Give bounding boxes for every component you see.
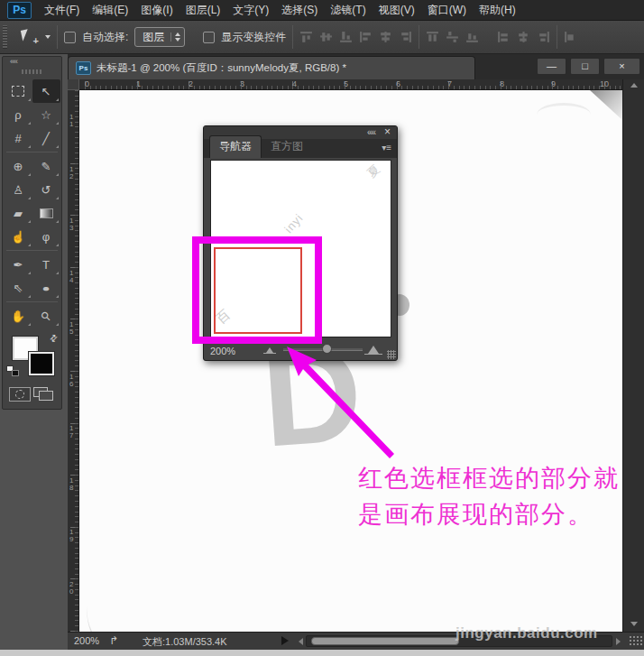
window-bottom-edge <box>0 650 644 656</box>
move-tool-preset-icon[interactable]: + <box>21 30 39 44</box>
horizontal-scrollbar-thumb[interactable] <box>311 637 459 645</box>
close-button[interactable]: × <box>603 58 640 75</box>
scroll-down-icon[interactable] <box>630 622 638 626</box>
toolbox-divider <box>6 301 58 302</box>
align-right-edges-icon[interactable] <box>399 31 412 43</box>
distribute-horizontal-centers-icon[interactable] <box>517 31 530 43</box>
document-tab[interactable]: Ps 未标题-1 @ 200% (百度ID：sunnyMelody夏, RGB/… <box>68 56 475 79</box>
clone-stamp-tool[interactable]: ♙ <box>5 178 32 201</box>
color-swatches: ⇄ <box>3 333 61 383</box>
ruler-tick-label: 14 <box>69 270 75 284</box>
zoom-tool[interactable]: ⚲ <box>32 304 60 328</box>
panel-close-icon[interactable]: × <box>384 126 391 138</box>
document-size-info[interactable]: 文档:1.03M/353.4K <box>143 635 227 649</box>
smudge-tool[interactable]: ☝ <box>5 225 32 248</box>
export-icon[interactable]: ↱ <box>109 634 118 647</box>
distribute-bottom-edges-icon[interactable] <box>465 31 479 43</box>
auto-select-checkbox[interactable] <box>64 32 76 43</box>
ruler-tick-label: 13 <box>69 217 75 232</box>
menu-item-layer[interactable]: 图层(L) <box>186 3 221 18</box>
status-popup-arrow-icon[interactable] <box>281 636 289 645</box>
ruler-tick-label: 16 <box>69 374 75 388</box>
tool-preset-dropdown-icon[interactable] <box>45 35 51 39</box>
tab-histogram[interactable]: 直方图 <box>262 136 312 158</box>
background-color-swatch[interactable] <box>29 352 54 375</box>
horizontal-ruler: 0 1 2 3 4 5 6 7 8 9 10 <box>79 79 622 90</box>
align-left-edges-icon[interactable] <box>359 31 373 43</box>
hand-tool[interactable]: ✋ <box>5 304 32 328</box>
psd-file-icon: Ps <box>76 61 91 75</box>
ruler-tick-label: 1 <box>136 79 141 88</box>
annotation-highlight-box <box>192 236 322 344</box>
ruler-tick-label: 9 <box>551 79 556 88</box>
menu-item-view[interactable]: 视图(V) <box>379 3 415 18</box>
maximize-button[interactable]: □ <box>570 58 600 75</box>
scroll-left-icon[interactable] <box>299 638 303 645</box>
brush-tool[interactable]: ✎ <box>32 154 60 178</box>
menu-item-select[interactable]: 选择(S) <box>281 3 317 18</box>
toolbox: «« ↖ ρ ☆ # ╱ ⊕ ✎ ♙ ↺ ▰ ☝ φ ✒ T ⇖ ● <box>2 56 62 410</box>
toolbox-collapse-icon[interactable]: «« <box>3 57 61 68</box>
magic-wand-tool[interactable]: ☆ <box>32 103 60 126</box>
distribute-left-edges-icon[interactable] <box>497 31 511 43</box>
path-selection-icon: ⇖ <box>14 282 23 295</box>
panel-collapse-icon[interactable]: «« <box>367 127 375 137</box>
separator <box>57 25 58 49</box>
ruler-tick-label: 11 <box>69 114 75 128</box>
menu-item-edit[interactable]: 编辑(E) <box>92 3 128 18</box>
left-panel-well: «« ↖ ρ ☆ # ╱ ⊕ ✎ ♙ ↺ ▰ ☝ φ ✒ T ⇖ ● <box>0 54 68 650</box>
lasso-icon: ρ <box>14 108 21 122</box>
move-tool[interactable]: ↖ <box>32 79 60 103</box>
distribute-vertical-centers-icon[interactable] <box>446 31 459 43</box>
annotation-arrow <box>269 341 404 467</box>
healing-brush-tool[interactable]: ⊕ <box>5 154 32 178</box>
crop-tool[interactable]: # <box>5 126 32 150</box>
pen-tool[interactable]: ✒ <box>5 253 32 276</box>
ellipse-tool[interactable]: ● <box>32 276 60 300</box>
status-zoom-field[interactable]: 200% <box>74 635 99 646</box>
menu-item-window[interactable]: 窗口(W) <box>428 3 466 18</box>
type-tool[interactable]: T <box>32 253 60 276</box>
align-horizontal-centers-icon[interactable] <box>379 31 392 43</box>
eyedropper-tool[interactable]: ╱ <box>32 126 60 150</box>
path-selection-tool[interactable]: ⇖ <box>5 276 32 300</box>
distribute-top-edges-icon[interactable] <box>426 31 439 43</box>
dodge-icon: φ <box>42 230 50 244</box>
eraser-icon: ▰ <box>14 207 23 220</box>
tab-navigator[interactable]: 导航器 <box>209 135 262 158</box>
eraser-tool[interactable]: ▰ <box>5 201 32 225</box>
align-vertical-centers-icon[interactable] <box>319 31 333 43</box>
window-resize-grip[interactable] <box>629 635 642 647</box>
dodge-tool[interactable]: φ <box>32 225 60 248</box>
toolbox-grip[interactable] <box>22 69 43 74</box>
scroll-up-icon[interactable] <box>630 83 638 88</box>
ruler-tick-label: 18 <box>69 477 75 492</box>
rectangular-marquee-tool[interactable] <box>5 79 32 103</box>
swap-colors-icon[interactable]: ⇄ <box>47 332 60 345</box>
menu-item-image[interactable]: 图像(I) <box>141 3 172 18</box>
lasso-tool[interactable]: ρ <box>5 103 32 126</box>
minimize-button[interactable]: — <box>537 58 566 75</box>
scroll-right-icon[interactable] <box>616 638 621 645</box>
ruler-tick-label: 15 <box>69 321 75 336</box>
menu-item-file[interactable]: 文件(F) <box>44 3 79 18</box>
panel-menu-icon[interactable]: ▾≡ <box>382 143 391 152</box>
default-colors-icon[interactable] <box>6 365 19 376</box>
auto-align-layers-icon[interactable] <box>564 31 577 43</box>
history-brush-tool[interactable]: ↺ <box>32 178 60 201</box>
distribute-right-edges-icon[interactable] <box>537 31 550 43</box>
menu-item-filter[interactable]: 滤镜(T) <box>330 3 365 18</box>
options-bar-grip[interactable] <box>3 25 7 49</box>
gradient-tool[interactable] <box>32 201 60 225</box>
align-bottom-edges-icon[interactable] <box>339 31 353 43</box>
align-top-edges-icon[interactable] <box>299 31 313 43</box>
vertical-scrollbar[interactable] <box>622 79 644 632</box>
show-transform-controls-checkbox[interactable] <box>203 32 215 43</box>
menu-item-help[interactable]: 帮助(H) <box>479 3 516 18</box>
menu-item-type[interactable]: 文字(Y) <box>233 3 269 18</box>
auto-select-target-dropdown[interactable]: 图层 <box>134 27 185 47</box>
screen-mode-button[interactable] <box>33 387 55 402</box>
navigator-zoom-field[interactable]: 200% <box>210 346 235 356</box>
quick-mask-mode-button[interactable] <box>9 387 31 402</box>
ruler-tick-label: 20 <box>69 581 75 596</box>
